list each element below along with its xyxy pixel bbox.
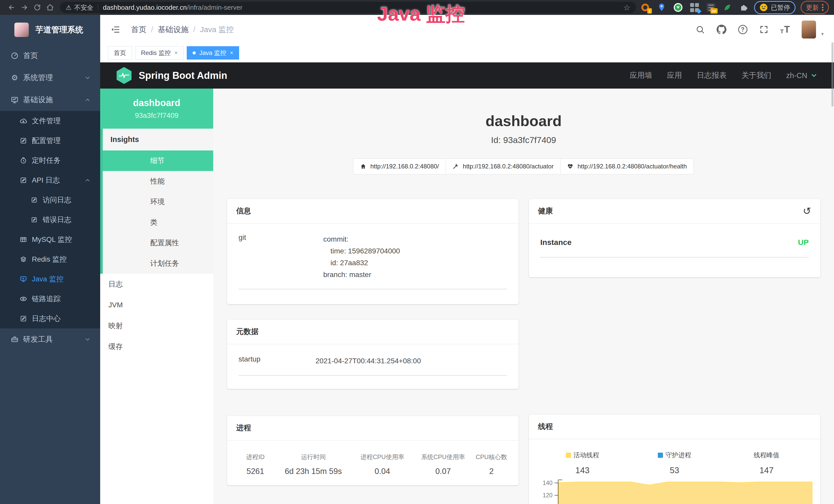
chevron-up-icon: [84, 96, 91, 103]
user-caret-icon[interactable]: ▾: [821, 31, 824, 39]
sba-nav-wallboard[interactable]: 应用墙: [630, 70, 652, 81]
sba-menu-metrics[interactable]: 性能: [103, 171, 213, 191]
table-icon: [19, 236, 28, 243]
url-bar[interactable]: ⚠ 不安全 dashboard.yudao.iocoder.cn /infra/…: [60, 2, 636, 13]
sidebar-item-redis-monitor[interactable]: Redis 监控: [0, 249, 100, 269]
sidebar-item-label: 首页: [23, 51, 38, 61]
help-icon[interactable]: ?: [738, 25, 747, 34]
sba-nav-applications[interactable]: 应用: [667, 70, 682, 81]
sba-nav-about[interactable]: 关于我们: [742, 70, 771, 81]
sba-instance-header[interactable]: dashboard 93a3fc7f7409: [100, 89, 213, 129]
sidebar-item-dev-tools[interactable]: 研发工具: [0, 328, 100, 350]
extension-grid-icon[interactable]: [690, 3, 699, 12]
breadcrumb-home[interactable]: 首页: [131, 24, 147, 35]
cloud-upload-icon: [19, 117, 28, 125]
extension-switch-on-icon[interactable]: on: [706, 3, 716, 12]
active-dot: [193, 51, 196, 54]
bookmark-star-icon[interactable]: ☆: [623, 3, 630, 12]
gauge-icon: [10, 52, 19, 60]
sba-menu-details[interactable]: 细节: [103, 151, 213, 171]
extension-strip: 1 on: [641, 3, 748, 12]
sba-menu-jvm[interactable]: JVM: [100, 295, 213, 315]
extension-pin-icon[interactable]: [657, 3, 666, 12]
sba-menu-environment[interactable]: 环境: [103, 191, 213, 212]
legend-swatch-live: [566, 453, 571, 458]
profile-paused-pill[interactable]: 已暂停: [754, 1, 795, 14]
startup-row: startup 2021-04-27T00:44:31.254+08:00: [239, 344, 507, 367]
live-threads-area: [559, 482, 812, 504]
sidebar-item-api-logs[interactable]: API 日志: [0, 170, 100, 190]
chrome-update-button[interactable]: 更新: [800, 1, 829, 14]
instance-links: http://192.168.0.2:48080/ http://192.168…: [353, 158, 694, 174]
cpu-cores: 2: [472, 467, 511, 476]
sidebar-item-java-monitor[interactable]: Java 监控: [0, 269, 100, 289]
close-icon[interactable]: ×: [230, 49, 233, 56]
browser-menu-icon[interactable]: [822, 3, 824, 12]
sba-nav-journal[interactable]: 日志报表: [697, 70, 727, 81]
info-card: 信息 git commit: time: 1596289704000 id: 2…: [227, 199, 519, 304]
sba-menu-plain: 日志 JVM 映射 缓存: [100, 274, 213, 357]
fullscreen-icon[interactable]: [759, 25, 768, 34]
sba-menu-config-props[interactable]: 配置属性: [103, 233, 213, 253]
display-icon: [19, 275, 28, 283]
scrollbar[interactable]: [831, 42, 833, 107]
sidebar-item-tracing[interactable]: 链路追踪: [0, 289, 100, 308]
sba-menu-caches[interactable]: 缓存: [100, 336, 213, 357]
history-icon[interactable]: ↺: [803, 206, 811, 216]
health-instance-row[interactable]: Instance UP: [541, 224, 809, 247]
search-icon[interactable]: [696, 25, 705, 34]
sba-locale-select[interactable]: zh-CN: [786, 71, 817, 80]
breadcrumb-infra[interactable]: 基础设施: [158, 24, 189, 35]
extension-sprout-icon[interactable]: [723, 3, 732, 12]
close-icon[interactable]: ×: [174, 49, 178, 56]
admin-logo[interactable]: 芋道管理系统: [0, 15, 100, 45]
process-uptime: 6d 23h 15m 59s: [276, 467, 351, 476]
home-icon: [360, 163, 366, 169]
sidebar-item-system-mgmt[interactable]: ⚙ 系统管理: [0, 67, 100, 89]
chevron-down-icon: [810, 72, 817, 79]
sidebar-item-label: 定时任务: [32, 156, 61, 165]
tab-redis-monitor[interactable]: Redis 监控 ×: [135, 46, 184, 60]
extensions-puzzle-icon[interactable]: [739, 3, 748, 12]
breadcrumb: 首页 / 基础设施 / Java 监控: [131, 24, 234, 35]
sidebar-item-access-logs[interactable]: 访问日志: [0, 190, 100, 210]
extension-colorzilla-icon[interactable]: 1: [641, 3, 650, 12]
url-host: dashboard.yudao.iocoder.cn: [103, 4, 187, 12]
sidebar-item-home[interactable]: 首页: [0, 45, 100, 67]
sidebar-item-label: API 日志: [32, 175, 60, 185]
sidebar-item-log-center[interactable]: 日志中心: [0, 308, 100, 328]
logo-title: 芋道管理系统: [36, 24, 83, 35]
sba-brand[interactable]: Spring Boot Admin: [117, 67, 227, 84]
layers-icon: [19, 256, 28, 263]
heartbeat-icon: [567, 163, 573, 169]
user-avatar[interactable]: [802, 21, 816, 39]
page-title: dashboard: [485, 112, 562, 130]
sidebar-item-config-mgmt[interactable]: 配置管理: [0, 131, 100, 151]
sba-menu-scheduled-tasks[interactable]: 计划任务: [103, 253, 213, 274]
forward-icon[interactable]: [18, 1, 31, 14]
sidebar-item-infrastructure[interactable]: 基础设施: [0, 89, 100, 111]
tab-java-monitor[interactable]: Java 监控 ×: [187, 46, 239, 60]
reload-icon[interactable]: [31, 1, 44, 14]
sba-menu-classes[interactable]: 类: [103, 212, 213, 233]
back-icon[interactable]: [5, 1, 18, 14]
sidebar-item-error-logs[interactable]: 错误日志: [0, 210, 100, 230]
page-subtitle: Id: 93a3fc7f7409: [491, 135, 556, 145]
sidebar-item-scheduled-jobs[interactable]: 定时任务: [0, 151, 100, 170]
sba-menu-mappings[interactable]: 映射: [100, 315, 213, 336]
text-size-icon[interactable]: TT: [780, 24, 790, 35]
instance-url-button[interactable]: http://192.168.0.2:48080/: [353, 158, 446, 174]
sba-menu-logs[interactable]: 日志: [100, 274, 213, 295]
sidebar-item-label: 系统管理: [23, 73, 53, 83]
extension-vue-devtools-icon[interactable]: [674, 3, 683, 12]
edit-square-icon: [19, 315, 28, 322]
sidebar-item-mysql-monitor[interactable]: MySQL 监控: [0, 230, 100, 249]
health-url-button[interactable]: http://192.168.0.2:48080/actuator/health: [560, 158, 694, 174]
startup-value: 2021-04-27T00:44:31.254+08:00: [316, 355, 421, 367]
sidebar-collapse-icon[interactable]: [110, 25, 120, 35]
sidebar-item-file-mgmt[interactable]: 文件管理: [0, 111, 100, 131]
home-nav-icon[interactable]: [44, 1, 57, 14]
actuator-url-button[interactable]: http://192.168.0.2:48080/actuator: [446, 158, 561, 174]
github-icon[interactable]: [717, 25, 726, 35]
tab-home[interactable]: 首页: [108, 46, 132, 60]
